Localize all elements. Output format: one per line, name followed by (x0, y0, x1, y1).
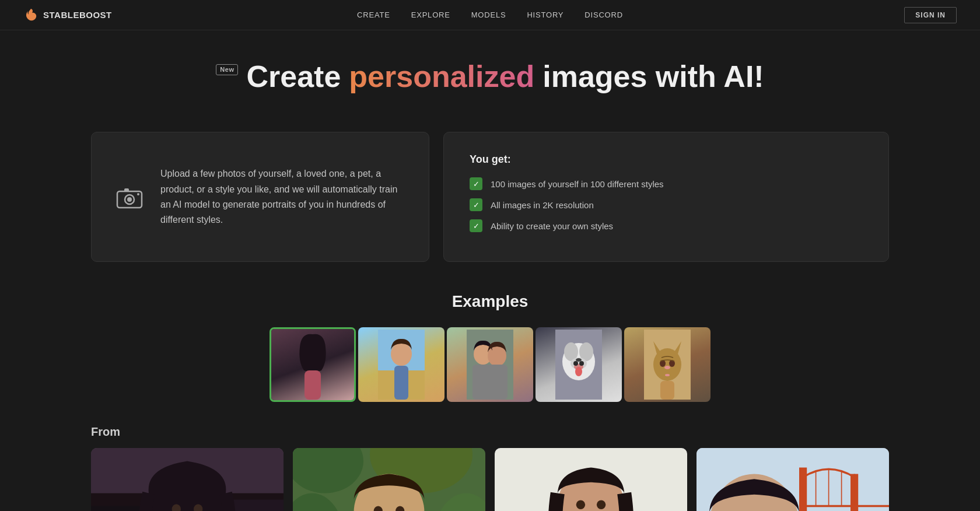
thumb-image-2 (358, 327, 444, 402)
examples-section: Examples (0, 292, 980, 402)
logo-link[interactable]: STABLEBOOST (23, 8, 112, 23)
from-image-2 (293, 448, 485, 511)
benefit-text-1: 100 images of yourself in 100 different … (491, 179, 664, 189)
benefit-text-2: All images in 2K resolution (491, 200, 594, 210)
brand-name: STABLEBOOST (43, 10, 112, 20)
upload-card: Upload a few photos of yourself, a loved… (91, 132, 429, 262)
from-card-1 (91, 448, 284, 511)
svg-point-55 (597, 501, 606, 509)
benefit-item-1: ✓ 100 images of yourself in 100 differen… (470, 177, 863, 190)
logo-icon (23, 8, 38, 23)
camera-icon-wrap (115, 183, 144, 212)
check-icon-3: ✓ (470, 219, 482, 232)
svg-rect-11 (394, 366, 408, 400)
svg-point-2 (127, 197, 132, 202)
example-thumb-1[interactable] (270, 327, 356, 402)
svg-point-4 (137, 193, 139, 195)
thumb-image-3 (447, 327, 533, 402)
nav-models[interactable]: MODELS (471, 10, 506, 19)
example-thumb-2[interactable] (358, 327, 444, 402)
from-title: From (91, 425, 889, 439)
nav-history[interactable]: HISTORY (527, 10, 564, 19)
example-thumb-4[interactable] (536, 327, 622, 402)
nav-discord[interactable]: DISCORD (584, 10, 623, 19)
svg-point-31 (665, 374, 670, 376)
svg-point-54 (576, 501, 585, 509)
svg-point-10 (391, 342, 412, 366)
benefit-item-3: ✓ Ability to create your own styles (470, 219, 863, 232)
from-section: From (0, 425, 980, 511)
hero-title: New Create personalized images with AI! (0, 58, 980, 94)
from-image-3 (495, 448, 687, 511)
benefits-card: You get: ✓ 100 images of yourself in 100… (443, 132, 889, 262)
from-card-3 (495, 448, 687, 511)
from-image-4 (696, 448, 889, 511)
svg-rect-7 (304, 370, 321, 400)
from-grid (91, 448, 889, 511)
navbar-links: CREATE EXPLORE MODELS HISTORY DISCORD (357, 10, 623, 19)
benefit-item-2: ✓ All images in 2K resolution (470, 198, 863, 211)
from-card-4 (696, 448, 889, 511)
svg-rect-15 (473, 365, 508, 400)
check-icon-1: ✓ (470, 177, 482, 190)
sign-in-button[interactable]: SIGN IN (904, 7, 957, 23)
nav-create[interactable]: CREATE (357, 10, 390, 19)
svg-rect-32 (660, 381, 674, 400)
hero-section: New Create personalized images with AI! (0, 30, 980, 113)
svg-point-25 (576, 358, 582, 362)
example-thumb-3[interactable] (447, 327, 533, 402)
benefits-title: You get: (470, 153, 863, 166)
examples-thumbnails (0, 327, 980, 402)
svg-point-30 (664, 366, 670, 369)
thumb-image-5 (624, 327, 710, 402)
thumb-image-4 (536, 327, 622, 402)
upload-description: Upload a few photos of yourself, a loved… (160, 166, 405, 228)
benefit-text-3: Ability to create your own styles (491, 221, 613, 231)
cards-row: Upload a few photos of yourself, a loved… (0, 132, 980, 262)
from-card-2 (293, 448, 485, 511)
svg-rect-3 (124, 188, 129, 192)
hero-title-start: Create (246, 58, 341, 94)
example-thumb-5[interactable] (624, 327, 710, 402)
svg-point-23 (573, 361, 578, 366)
thumb-image-1 (271, 329, 354, 400)
hero-title-end: images with AI! (542, 58, 764, 94)
svg-point-22 (575, 367, 582, 376)
camera-icon (116, 186, 143, 209)
check-icon-2: ✓ (470, 198, 482, 211)
new-badge: New (216, 64, 238, 75)
from-image-1 (91, 448, 284, 511)
examples-title: Examples (0, 292, 980, 311)
svg-point-24 (579, 361, 584, 366)
navbar: STABLEBOOST CREATE EXPLORE MODELS HISTOR… (0, 0, 980, 30)
nav-explore[interactable]: EXPLORE (411, 10, 450, 19)
hero-title-highlight: personalized (349, 58, 534, 94)
